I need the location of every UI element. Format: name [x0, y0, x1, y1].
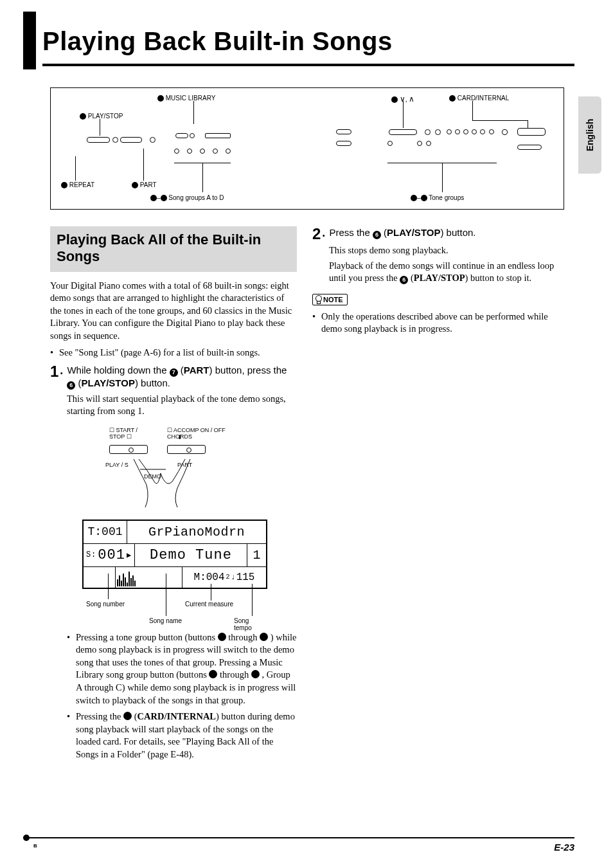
- callout-6-icon: 6: [400, 276, 408, 284]
- note-badge: NOTE: [312, 294, 348, 305]
- step-1-text: While holding down the 7 (PART) button, …: [67, 364, 297, 390]
- left-column: Playing Back All of the Built-in Songs Y…: [50, 226, 297, 764]
- lcd-level-meter: [116, 567, 182, 588]
- lbl-song-tempo: Song tempo: [234, 617, 267, 631]
- step-2: 2 . Press the 6 (PLAY/STOP) button. This…: [312, 226, 559, 285]
- language-tab-label: English: [585, 119, 595, 152]
- chapter-title-row: Playing Back Built-in Songs: [42, 12, 574, 66]
- download-icon: ⬇: [177, 434, 182, 440]
- lightbulb-icon: [314, 295, 322, 304]
- step-dot: .: [60, 364, 63, 378]
- right-column: 2 . Press the 6 (PLAY/STOP) button. This…: [312, 226, 559, 339]
- step-2-sub2: Playback of the demo songs will continue…: [329, 260, 559, 285]
- callout-icon: [251, 670, 260, 678]
- callout-icon: [411, 195, 417, 201]
- footer-rule: [23, 837, 574, 838]
- note-text: Only the operations described above can …: [312, 311, 559, 336]
- title-side-bar: [23, 12, 36, 69]
- callout-icon: [209, 670, 217, 678]
- language-tab: English: [578, 96, 601, 174]
- lbl-song-name: Song name: [149, 617, 182, 624]
- lcd-display: T:001 GrPianoModrn S:001▶ Demo Tune 1: [82, 520, 267, 589]
- chapter-title: Playing Back Built-in Songs: [42, 27, 574, 56]
- lbl-song-number: Song number: [86, 601, 125, 608]
- callout-6-icon: 6: [67, 381, 75, 390]
- callout-icon: [218, 633, 226, 641]
- lbl-song-groups: – Song groups A to D: [150, 194, 224, 201]
- hand-illustration: ☐ START / STOP ☐ ☐ ACCOMP ON / OFF CHORD…: [102, 427, 243, 511]
- lcd-tone-number: T:001: [84, 521, 127, 543]
- lbl-music-library: MUSIC LIBRARY: [157, 95, 215, 102]
- callout-6-icon: 6: [373, 231, 381, 239]
- step-number: 1: [50, 364, 58, 379]
- callout-7-icon: 7: [170, 368, 178, 377]
- callout-icon: [449, 95, 456, 102]
- step-1-subtext: This will start sequential playback of t…: [67, 393, 297, 418]
- step-2-sub1: This stops demo song playback.: [329, 244, 559, 257]
- callout-icon: [391, 96, 398, 103]
- callout-icon: [80, 113, 86, 120]
- post-bullet-2: Pressing the (CARD/INTERNAL) button duri…: [67, 710, 297, 761]
- lcd-song-number: S:001▶: [84, 544, 135, 566]
- panel-right-sketch: [318, 124, 552, 176]
- play-icon: ▶: [127, 550, 132, 560]
- intro-paragraph: Your Digital Piano comes with a total of…: [50, 280, 297, 343]
- panel-left-sketch: [61, 124, 292, 176]
- lcd-song-index: 1: [247, 544, 266, 566]
- page-number: E-23: [554, 842, 574, 853]
- lbl-play-stop: PLAY/STOP: [80, 113, 123, 120]
- up-icon: ∧: [409, 95, 414, 104]
- note-block: NOTE Only the operations described above…: [312, 294, 559, 336]
- callout-icon: [161, 195, 167, 201]
- callout-icon: [157, 95, 164, 102]
- lcd-measure-tempo: M:004 2 ♩ 115: [182, 567, 266, 588]
- post-bullet-1: Pressing a tone group button (buttons th…: [67, 631, 297, 707]
- callout-icon: [260, 633, 268, 641]
- panel-diagram: MUSIC LIBRARY PLAY/STOP REPEAT PART – So…: [50, 87, 564, 210]
- callout-icon: [61, 182, 67, 188]
- section-title: Playing Back All of the Built-in Songs: [57, 231, 290, 266]
- callout-icon: [421, 195, 427, 201]
- step-number: 2: [312, 226, 321, 242]
- tempo-icon: ♩: [231, 574, 235, 581]
- lbl-part: PART: [132, 181, 157, 188]
- lcd-song-name: Demo Tune: [135, 544, 247, 566]
- callout-icon: [150, 195, 157, 201]
- lbl-current-measure: Current measure: [185, 601, 233, 608]
- footer-dot-icon: [23, 835, 30, 841]
- lbl-tone-groups: – Tone groups: [411, 194, 464, 201]
- intro-bullet: See "Song List" (page A-6) for a list of…: [50, 347, 297, 359]
- step-2-text: Press the 6 (PLAY/STOP) button.: [329, 226, 475, 239]
- step-1: 1 . While holding down the 7 (PART) butt…: [50, 364, 297, 418]
- lcd-tone-name: GrPianoModrn: [127, 521, 266, 543]
- callout-icon: [132, 182, 138, 188]
- section-heading-box: Playing Back All of the Built-in Songs: [50, 226, 297, 272]
- callout-icon: [123, 712, 132, 720]
- lcd-labels: Song number Current measure Song name So…: [82, 593, 267, 631]
- lbl-card-internal: CARD/INTERNAL: [449, 95, 509, 102]
- lbl-repeat: REPEAT: [61, 181, 94, 188]
- step-dot: .: [322, 226, 325, 240]
- lcd-meter-left: [84, 567, 116, 588]
- footer-letter: B: [33, 843, 37, 849]
